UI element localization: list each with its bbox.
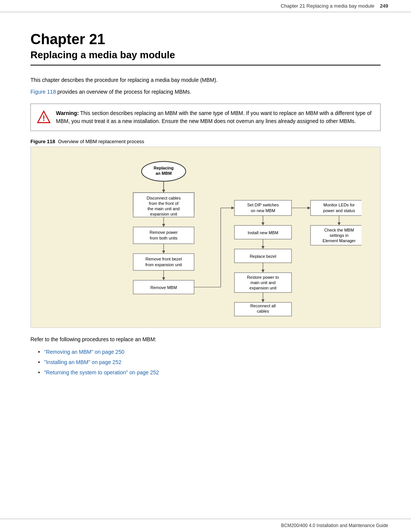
- list-item-1: "Removing an MBM" on page 250: [38, 348, 381, 356]
- svg-text:expansion unit: expansion unit: [250, 286, 277, 290]
- warning-box: ! Warning: This section describes replac…: [30, 104, 381, 131]
- list-item-2: "Installing an MBM" on page 252: [38, 358, 381, 366]
- svg-text:main unit and: main unit and: [250, 280, 276, 285]
- svg-text:power and status: power and status: [323, 208, 355, 213]
- svg-marker-50: [338, 222, 341, 225]
- svg-marker-46: [307, 206, 311, 209]
- links-list: "Removing an MBM" on page 250 "Installin…: [30, 348, 381, 377]
- chapter-title: Replacing a media bay module: [30, 49, 381, 66]
- svg-text:Reconnect all: Reconnect all: [250, 304, 276, 308]
- chapter-number: Chapter 21: [30, 31, 381, 48]
- svg-text:from the front of: from the front of: [149, 201, 179, 206]
- svg-text:Install new MBM: Install new MBM: [248, 230, 279, 235]
- page-container: Chapter 21 Replacing a media bay module …: [0, 0, 411, 532]
- refer-text: Refer to the following procedures to rep…: [30, 335, 381, 343]
- figure-caption: Figure 118 Overview of MBM replacement p…: [30, 139, 381, 144]
- warning-text: Warning: This section describes replacin…: [56, 109, 374, 125]
- svg-text:Remove MBM: Remove MBM: [150, 285, 177, 290]
- svg-text:Remove power: Remove power: [150, 230, 178, 235]
- svg-marker-31: [261, 222, 264, 225]
- svg-text:Restore power to: Restore power to: [247, 275, 279, 280]
- svg-marker-14: [162, 224, 165, 227]
- figure-118-link[interactable]: Figure 118: [30, 89, 57, 95]
- svg-marker-27: [231, 206, 234, 209]
- main-content: Chapter 21 Replacing a media bay module …: [0, 12, 411, 407]
- intro-para-1: This chapter describes the procedure for…: [30, 76, 381, 84]
- list-item-3: "Returning the system to operation" on p…: [38, 369, 381, 377]
- link-installing-mbm[interactable]: "Installing an MBM" on page 252: [44, 359, 121, 365]
- link-returning-system[interactable]: "Returning the system to operation" on p…: [44, 369, 159, 375]
- footer-text: BCM200/400 4.0 Installation and Maintena…: [281, 523, 388, 528]
- start-label-line1: Replacing: [154, 166, 174, 170]
- svg-text:Remove front bezel: Remove front bezel: [145, 257, 182, 261]
- svg-text:from expansion unit: from expansion unit: [145, 262, 182, 267]
- page-header: Chapter 21 Replacing a media bay module …: [0, 0, 411, 12]
- svg-text:on new MBM: on new MBM: [251, 208, 275, 213]
- svg-text:settings in: settings in: [330, 233, 349, 238]
- svg-text:the main unit and: the main unit and: [148, 206, 180, 211]
- svg-text:Monitor LEDs for: Monitor LEDs for: [323, 203, 355, 207]
- warning-icon: !: [37, 110, 51, 124]
- flowchart-container: .fc-text { font-family: Arial, Helvetica…: [30, 147, 381, 328]
- svg-marker-34: [261, 246, 264, 249]
- svg-marker-42: [261, 299, 264, 302]
- flowchart-svg: .fc-text { font-family: Arial, Helvetica…: [49, 156, 362, 320]
- svg-marker-18: [162, 251, 165, 254]
- start-label-line2: an MBM: [156, 171, 172, 176]
- svg-text:cables: cables: [257, 309, 269, 313]
- box-remove-power: [133, 227, 194, 244]
- box-remove-bezel: [133, 254, 194, 270]
- svg-text:Disconnect cables: Disconnect cables: [147, 196, 181, 200]
- svg-text:Check the MBM: Check the MBM: [324, 228, 354, 232]
- svg-text:Set DIP switches: Set DIP switches: [247, 203, 279, 207]
- svg-text:from both units: from both units: [150, 236, 178, 240]
- flowchart-svg-wrap: .fc-text { font-family: Arial, Helvetica…: [38, 156, 373, 320]
- svg-text:Element Manager: Element Manager: [323, 238, 356, 243]
- intro-para-2: Figure 118 provides an overview of the p…: [30, 88, 381, 96]
- svg-text:Replace bezel: Replace bezel: [250, 254, 276, 259]
- link-removing-mbm[interactable]: "Removing an MBM" on page 250: [44, 349, 124, 355]
- svg-text:!: !: [43, 114, 45, 122]
- svg-marker-37: [261, 270, 264, 273]
- svg-marker-22: [162, 277, 165, 280]
- page-footer: BCM200/400 4.0 Installation and Maintena…: [0, 519, 411, 532]
- svg-text:expansion unit: expansion unit: [150, 212, 177, 216]
- header-chapter-ref: Chapter 21 Replacing a media bay module …: [280, 3, 388, 9]
